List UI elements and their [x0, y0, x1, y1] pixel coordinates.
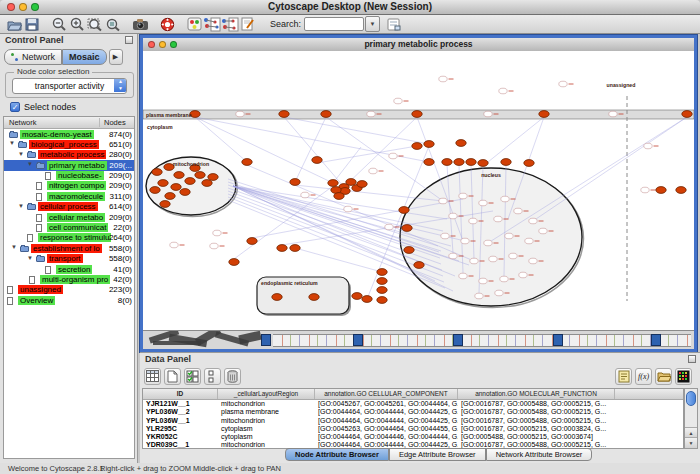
network-node[interactable] [469, 218, 477, 224]
zoom-in-icon[interactable] [68, 16, 86, 32]
table-row-YLR295C[interactable]: YLR295Ccytoplasm[GO:0045263, GO:0044464,… [143, 425, 683, 433]
tree-item-mosaic-demo-yeast[interactable]: mosaic-demo-yeast874(0) [4, 129, 134, 139]
network-node[interactable] [385, 224, 393, 230]
network-node[interactable] [277, 245, 287, 252]
select-nodes-checkbox[interactable]: ✓ [10, 102, 20, 112]
tab-network[interactable]: Network [4, 49, 62, 65]
import-folder-icon[interactable] [655, 368, 672, 385]
network-node[interactable] [514, 208, 522, 214]
zoom-fit-icon[interactable] [86, 16, 104, 32]
node-color-attribute-select[interactable]: transporter activity ▲▼ [12, 78, 127, 94]
network-node[interactable] [290, 245, 300, 252]
network-node[interactable] [389, 153, 397, 159]
network-node[interactable] [424, 141, 434, 148]
network-node[interactable] [344, 206, 352, 212]
network-node[interactable] [539, 111, 549, 118]
network-node[interactable] [170, 242, 178, 248]
network-node[interactable] [328, 180, 338, 187]
network-node[interactable] [456, 140, 466, 147]
scroll-down-icon[interactable]: ▼ [685, 437, 697, 448]
network-node[interactable] [478, 160, 488, 167]
select-attributes-icon[interactable] [184, 368, 201, 385]
network-node[interactable] [174, 172, 184, 179]
table-row-YPL036W__2[interactable]: YPL036W__2plasma membrane[GO:0044464, GO… [143, 408, 683, 416]
disclosure-triangle-icon[interactable]: ▼ [18, 151, 24, 157]
layout-network-a-icon[interactable] [203, 16, 221, 32]
network-node[interactable] [525, 238, 533, 244]
tree-item-cell-communicat[interactable]: cell communicat22(0) [4, 223, 134, 233]
network-node[interactable] [272, 294, 282, 301]
open-session-button[interactable] [5, 16, 23, 32]
layout-network-b-icon[interactable] [221, 16, 239, 32]
search-input[interactable] [304, 17, 364, 31]
network-node[interactable] [247, 238, 257, 245]
network-node[interactable] [475, 293, 483, 299]
network-node[interactable] [676, 187, 686, 194]
network-node[interactable] [352, 293, 362, 300]
network-node[interactable] [644, 143, 652, 149]
network-node[interactable] [454, 159, 464, 166]
disclosure-triangle-icon[interactable]: ▼ [9, 140, 15, 146]
tree-item-overview[interactable]: Overview8(0) [4, 295, 134, 305]
scrollbar-thumb[interactable] [686, 391, 696, 406]
tab-mosaic[interactable]: Mosaic [62, 49, 107, 65]
float-panel-icon[interactable] [125, 36, 133, 44]
network-node[interactable] [539, 228, 547, 234]
snapshot-camera-icon[interactable] [131, 16, 149, 32]
network-node[interactable] [404, 247, 414, 254]
attribute-table-icon[interactable] [144, 368, 161, 385]
network-node[interactable] [489, 256, 497, 262]
table-row-YKR052C[interactable]: YKR052Ccytoplasm[GO:0044464, GO:0044446,… [143, 433, 683, 441]
disclosure-triangle-icon[interactable]: ▼ [27, 161, 33, 167]
network-node[interactable] [442, 159, 452, 166]
network-node[interactable] [367, 111, 375, 117]
network-node[interactable] [377, 269, 387, 276]
network-node[interactable] [529, 258, 537, 264]
network-node[interactable] [500, 276, 508, 282]
network-node[interactable] [524, 160, 534, 167]
network-node[interactable] [412, 111, 422, 118]
network-node[interactable] [479, 278, 487, 284]
network-node[interactable] [484, 240, 492, 246]
network-node[interactable] [394, 98, 402, 104]
network-node[interactable] [449, 253, 457, 259]
disclosure-triangle-icon[interactable]: ▼ [27, 255, 33, 261]
tree-item-establishment-of-lo[interactable]: ▼establishment of lo558(0) [4, 243, 134, 253]
network-node[interactable] [185, 178, 195, 185]
network-node[interactable] [346, 179, 356, 186]
column-header-3[interactable]: annotation.GO MOLECULAR_FUNCTION [458, 389, 615, 399]
delete-attribute-icon[interactable] [224, 368, 241, 385]
network-node[interactable] [301, 192, 309, 198]
network-node[interactable] [466, 159, 476, 166]
zoom-selected-icon[interactable] [104, 16, 122, 32]
network-node[interactable] [357, 181, 367, 188]
tree-item-secretion[interactable]: secretion41(0) [4, 264, 134, 274]
tree-item-nitrogen-compo[interactable]: nitrogen compo209(0) [4, 181, 134, 191]
vizmapper-icon[interactable] [185, 16, 203, 32]
network-node[interactable] [208, 174, 218, 181]
network-node[interactable] [509, 253, 517, 259]
network-node[interactable] [279, 111, 289, 118]
tab-edge-attribute-browser[interactable]: Edge Attribute Browser [389, 448, 486, 461]
network-node[interactable] [202, 180, 212, 187]
new-attribute-icon[interactable] [164, 368, 181, 385]
table-row-YPL036W__1[interactable]: YPL036W__1mitochondrion[GO:0044464, GO:0… [143, 417, 683, 425]
network-node[interactable] [499, 88, 507, 94]
network-node[interactable] [459, 193, 467, 199]
network-node[interactable] [479, 200, 487, 206]
matrix-icon[interactable] [675, 368, 692, 385]
tree-item-cellular-metabo[interactable]: cellular metabo209(0) [4, 212, 134, 222]
network-node[interactable] [441, 233, 449, 239]
network-node[interactable] [229, 259, 239, 266]
tree-item-biological-process[interactable]: ▼biological_process651(0) [4, 139, 134, 149]
network-node[interactable] [150, 187, 160, 194]
tree-item-primary-metabo[interactable]: ▼primary metabo209(... [4, 160, 134, 170]
network-node[interactable] [377, 278, 387, 285]
unselect-attributes-icon[interactable] [204, 368, 221, 385]
network-node[interactable] [165, 193, 175, 200]
network-node[interactable] [501, 196, 509, 202]
formula-icon[interactable]: f(x) [635, 368, 652, 385]
network-node[interactable] [309, 294, 319, 301]
network-node[interactable] [377, 297, 387, 304]
network-node[interactable] [439, 198, 447, 204]
